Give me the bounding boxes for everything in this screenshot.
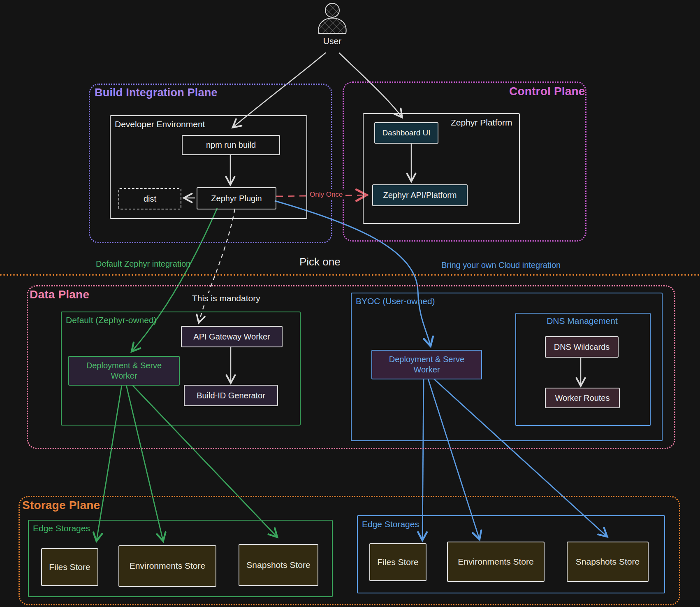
zephyr-plugin-node: Zephyr Plugin [197, 187, 276, 209]
byoc-files-store-node: Files Store [369, 543, 426, 581]
default-zephyr-owned-label: Default (Zephyr-owned) [66, 315, 157, 325]
pick-one-label: Pick one [297, 255, 343, 269]
api-gateway-worker-node: API Gateway Worker [181, 326, 283, 347]
default-edge-storages-label: Edge Storages [33, 523, 90, 533]
user-icon [318, 3, 346, 33]
byoc-deploy-serve-worker-text: Deployment & Serve Worker [384, 354, 470, 375]
byoc-environments-store-node: Environments Store [447, 542, 545, 582]
default-integration-label: Default Zephyr integration [94, 259, 192, 269]
worker-routes-node: Worker Routes [545, 388, 620, 408]
data-plane-title: Data Plane [30, 288, 89, 301]
byoc-user-owned-label: BYOC (User-owned) [356, 296, 435, 306]
byoc-deploy-serve-worker-node: Deployment & Serve Worker [371, 350, 482, 379]
build-integration-plane-title: Build Integration Plane [95, 86, 218, 99]
default-snapshots-store-node: Snapshots Store [239, 544, 318, 586]
build-id-generator-node: Build-ID Generator [184, 385, 278, 406]
npm-run-build-node: npm run build [182, 135, 280, 155]
dns-management-box [515, 313, 651, 426]
default-deploy-serve-worker-node: Deployment & Serve Worker [68, 356, 180, 386]
zephyr-api-node: Zephyr API/Platform [372, 184, 468, 206]
architecture-diagram: User Build Integration Plane Developer E… [0, 0, 700, 607]
control-plane-title: Control Plane [509, 85, 585, 98]
mandatory-label: This is mandatory [190, 293, 262, 304]
dns-management-label: DNS Management [515, 316, 649, 326]
default-deploy-serve-worker-text: Deployment & Serve Worker [81, 360, 167, 381]
default-files-store-node: Files Store [41, 548, 98, 586]
zephyr-platform-label: Zephyr Platform [451, 118, 512, 128]
only-once-label: Only Once [308, 190, 345, 199]
byoc-edge-storages-label: Edge Storages [362, 519, 419, 529]
default-environments-store-node: Environments Store [118, 545, 216, 587]
dashboard-ui-node: Dashboard UI [374, 122, 438, 144]
dist-node: dist [118, 188, 181, 209]
byoc-integration-label: Bring your own Cloud integration [439, 260, 563, 270]
user-label: User [317, 36, 348, 46]
storage-plane-title: Storage Plane [22, 499, 100, 512]
plane-separator-line [0, 274, 700, 276]
dns-wildcards-node: DNS Wildcards [545, 336, 619, 358]
byoc-snapshots-store-node: Snapshots Store [567, 542, 649, 582]
developer-environment-label: Developer Environment [115, 119, 205, 129]
